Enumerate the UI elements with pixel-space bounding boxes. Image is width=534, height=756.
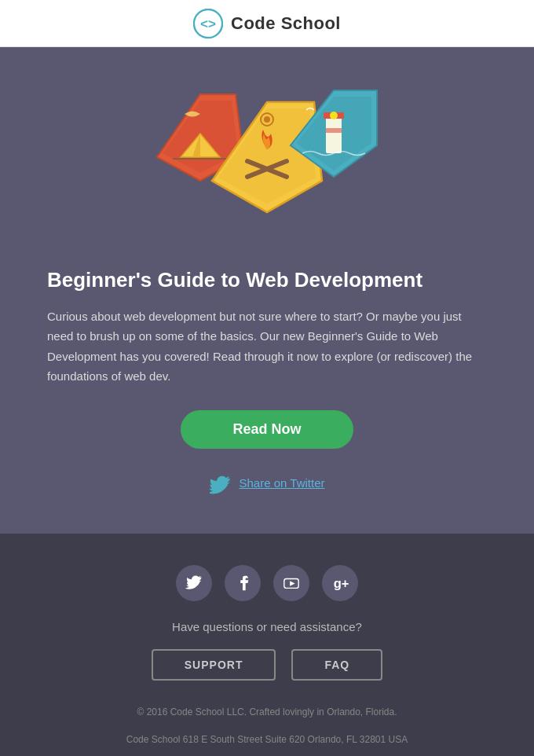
footer-address: Code School 618 E South Street Suite 620… xyxy=(31,732,503,749)
footer-buttons-row: SUPPORT FAQ xyxy=(31,649,503,681)
twitter-share-icon xyxy=(210,472,232,494)
svg-text:g+: g+ xyxy=(334,575,349,589)
support-button[interactable]: SUPPORT xyxy=(152,649,276,681)
twitter-share-container: Share on Twitter xyxy=(47,472,487,494)
badges-illustration xyxy=(47,79,487,244)
header-logo: <> Code School xyxy=(193,9,341,39)
footer-question-text: Have questions or need assistance? xyxy=(31,620,503,633)
hero-body: Curious about web development but not su… xyxy=(47,306,487,387)
read-now-button[interactable]: Read Now xyxy=(181,410,353,449)
faq-button[interactable]: FAQ xyxy=(291,649,382,681)
footer: g+ Have questions or need assistance? SU… xyxy=(0,534,534,756)
svg-marker-14 xyxy=(290,581,294,585)
header: <> Code School xyxy=(0,0,534,47)
youtube-icon-button[interactable] xyxy=(273,565,309,601)
social-icons-row: g+ xyxy=(31,565,503,601)
twitter-share-link[interactable]: Share on Twitter xyxy=(240,476,325,490)
logo-text: Code School xyxy=(231,13,341,34)
facebook-icon-button[interactable] xyxy=(225,565,261,601)
hero-title: Beginner's Guide to Web Development xyxy=(47,267,487,294)
svg-rect-12 xyxy=(326,128,342,133)
googleplus-icon-button[interactable]: g+ xyxy=(322,565,358,601)
svg-text:<>: <> xyxy=(200,16,216,31)
code-school-logo-icon: <> xyxy=(193,9,223,39)
footer-copyright: © 2016 Code School LLC. Crafted lovingly… xyxy=(31,704,503,721)
svg-rect-9 xyxy=(326,114,342,153)
svg-point-11 xyxy=(330,112,338,119)
svg-point-6 xyxy=(264,116,270,123)
hero-section: Beginner's Guide to Web Development Curi… xyxy=(0,47,534,534)
twitter-icon-button[interactable] xyxy=(176,565,212,601)
